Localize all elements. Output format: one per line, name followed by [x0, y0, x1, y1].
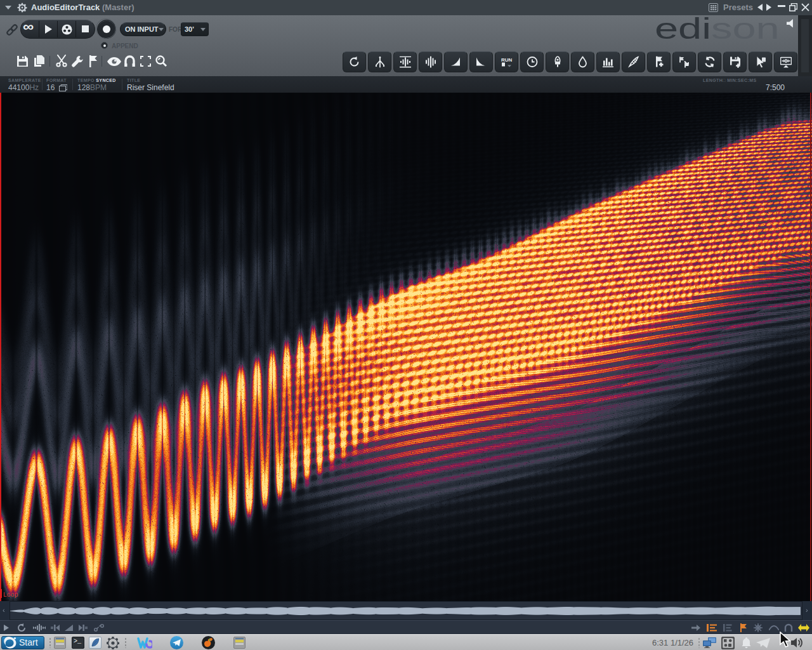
svg-text:RUN: RUN: [501, 56, 513, 62]
